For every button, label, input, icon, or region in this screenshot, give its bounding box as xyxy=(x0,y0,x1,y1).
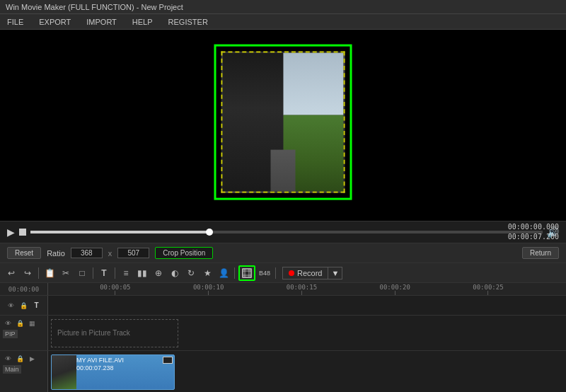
height-input[interactable] xyxy=(117,248,149,258)
tick-label-2: 00:00:10 xyxy=(193,284,224,291)
toolbar-separator-4 xyxy=(234,267,235,279)
tick-line-5 xyxy=(487,291,488,295)
ruler-tick-1: 00:00:05 xyxy=(100,284,130,295)
pip-text: Picture in Picture Track xyxy=(57,329,130,337)
cut-button[interactable]: ✂ xyxy=(59,266,73,280)
progress-handle[interactable] xyxy=(206,229,213,236)
window-title: Win Movie Maker (FULL FUNCTION) - New Pr… xyxy=(6,3,183,11)
scene-sky xyxy=(283,53,344,115)
return-button[interactable]: Return xyxy=(522,247,559,259)
timeline-ruler: 00:00:00 00:00:05 00:00:10 00:00:15 00:0… xyxy=(0,283,566,296)
preview-area xyxy=(0,30,566,221)
track-visibility-icon[interactable]: 👁 xyxy=(6,301,16,311)
main-label: Main xyxy=(3,365,21,374)
ruler-tick-2: 00:00:10 xyxy=(193,284,224,295)
record-dropdown[interactable]: ▼ xyxy=(328,267,342,279)
tick-line-3 xyxy=(301,291,302,295)
pip-lock-icon[interactable]: 🔒 xyxy=(15,318,25,328)
toolbar-separator-1 xyxy=(38,267,39,279)
ruler-tick-5: 00:00:25 xyxy=(473,284,503,295)
tick-line-4 xyxy=(395,291,395,295)
pip-visibility-icon[interactable]: 👁 xyxy=(3,318,13,328)
track-row-main: 👁 🔒 ▶ Main MY AVI FILE.AVI 00:00:07.238 xyxy=(0,351,566,392)
rotate-button[interactable]: ↻ xyxy=(184,266,198,280)
half-circle-button[interactable]: ◐ xyxy=(168,266,182,280)
track-lock-icon[interactable]: 🔒 xyxy=(19,301,29,311)
menu-file[interactable]: FILE xyxy=(4,16,26,28)
crop-position-button[interactable]: Crop Position xyxy=(155,247,213,259)
timeline-area: 00:00:00 00:00:05 00:00:10 00:00:15 00:0… xyxy=(0,283,566,392)
record-button-group: Record ▼ xyxy=(282,267,342,279)
menu-register[interactable]: REGISTER xyxy=(166,16,211,28)
record-dot xyxy=(289,270,294,276)
text-button[interactable]: T xyxy=(97,266,111,280)
chart-button[interactable]: ▮▮ xyxy=(135,266,149,280)
toolbar: ↩ ↪ 📋 ✂ □ T ≡ ▮▮ ⊕ ◐ ↻ ★ 👤 B48 Record ▼ xyxy=(0,263,566,283)
track-controls-empty: 👁 🔒 T xyxy=(0,296,48,315)
dimension-separator: x xyxy=(108,249,112,258)
tick-label-5: 00:00:25 xyxy=(473,284,503,291)
record-label: Record xyxy=(297,269,322,277)
undo-button[interactable]: ↩ xyxy=(4,266,18,280)
pip-dotted-box: Picture in Picture Track xyxy=(51,319,178,347)
track-t-icon[interactable]: T xyxy=(32,301,42,311)
add-circle-button[interactable]: ⊕ xyxy=(151,266,166,280)
main-play-icon[interactable]: ▶ xyxy=(27,354,37,364)
toolbar-separator-2 xyxy=(93,267,93,279)
clip-icon xyxy=(163,357,173,364)
copy-button[interactable]: 📋 xyxy=(42,266,57,280)
menu-export[interactable]: EXPORT xyxy=(36,16,74,28)
pip-track-controls: 👁 🔒 ▦ PIP xyxy=(0,316,48,350)
menu-bar: FILE EXPORT IMPORT HELP REGISTER xyxy=(0,14,566,30)
pip-pip-icon[interactable]: ▦ xyxy=(27,318,37,328)
b48-button[interactable]: B48 xyxy=(258,266,272,280)
play-button[interactable]: ▶ xyxy=(7,226,15,238)
frame-button[interactable] xyxy=(238,265,255,281)
preview-canvas xyxy=(14,33,552,217)
reset-button[interactable]: Reset xyxy=(7,247,41,259)
progress-bar[interactable] xyxy=(30,231,543,234)
main-track-controls: 👁 🔒 ▶ Main xyxy=(0,351,48,392)
toolbar-separator-5 xyxy=(275,267,276,279)
svg-rect-0 xyxy=(243,269,251,277)
video-inner xyxy=(221,52,345,193)
track-row-pip: 👁 🔒 ▦ PIP Picture in Picture Track xyxy=(0,316,566,351)
timeline-left-panel: 00:00:00 xyxy=(0,283,48,295)
time-total: 00:00:07.200 xyxy=(508,232,559,242)
title-bar: Win Movie Maker (FULL FUNCTION) - New Pr… xyxy=(0,0,566,14)
menu-help[interactable]: HELP xyxy=(129,16,156,28)
list-button[interactable]: ≡ xyxy=(119,266,133,280)
tick-label-1: 00:00:05 xyxy=(100,284,130,291)
record-button[interactable]: Record xyxy=(282,267,328,279)
toolbar-separator-3 xyxy=(115,267,115,279)
main-lock-icon[interactable]: 🔒 xyxy=(15,354,25,364)
time-display: 00:00:00.000 00:00:07.200 xyxy=(508,222,559,242)
ruler-tick-3: 00:00:15 xyxy=(287,284,317,295)
tick-label-4: 00:00:20 xyxy=(379,284,410,291)
track-content-empty xyxy=(48,296,566,315)
main-track-content: MY AVI FILE.AVI 00:00:07.238 xyxy=(48,351,566,392)
time-zero: 00:00:00 xyxy=(6,284,42,294)
ratio-label: Ratio xyxy=(47,249,65,258)
main-visibility-icon[interactable]: 👁 xyxy=(3,354,13,364)
split-button[interactable]: □ xyxy=(75,266,89,280)
video-preview-container xyxy=(214,45,352,200)
pip-label: PIP xyxy=(3,330,18,338)
redo-button[interactable]: ↪ xyxy=(21,266,35,280)
edit-bar: Reset Ratio x Crop Position Return xyxy=(0,243,566,263)
track-row-empty: 👁 🔒 T xyxy=(0,296,566,316)
person-button[interactable]: 👤 xyxy=(216,266,231,280)
tick-label-3: 00:00:15 xyxy=(287,284,317,291)
tick-line-2 xyxy=(208,291,209,295)
track-rows: 👁 🔒 T 👁 🔒 ▦ PIP Picture in Picture Track xyxy=(0,296,566,392)
width-input[interactable] xyxy=(71,248,103,258)
stop-button[interactable] xyxy=(19,229,26,236)
tick-line-1 xyxy=(115,291,115,295)
controls-bar: ▶ 🔊 00:00:00.000 00:00:07.200 xyxy=(0,221,566,243)
clip-thumbnail xyxy=(52,355,76,389)
menu-import[interactable]: IMPORT xyxy=(83,16,120,28)
video-clip[interactable]: MY AVI FILE.AVI 00:00:07.238 xyxy=(51,354,175,390)
star-button[interactable]: ★ xyxy=(200,266,214,280)
ruler-ticks: 00:00:05 00:00:10 00:00:15 00:00:20 00:0… xyxy=(48,283,566,295)
progress-fill xyxy=(30,231,209,234)
